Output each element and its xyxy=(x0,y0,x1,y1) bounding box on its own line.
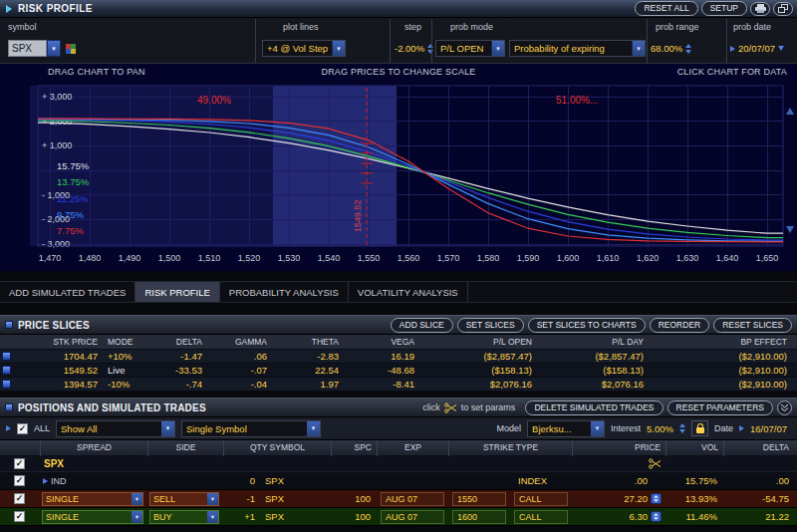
spread-dropdown[interactable]: SINGLE ▼ xyxy=(42,510,143,524)
vol-value: 11.46% xyxy=(665,511,723,522)
col-exp: EXP xyxy=(377,440,448,456)
tab-risk-profile[interactable]: RISK PROFILE xyxy=(135,282,219,302)
date-value[interactable]: 16/07/07 xyxy=(750,423,787,434)
prob-range-stepper[interactable]: 68.00% xyxy=(651,40,691,57)
prob-date-label: prob date xyxy=(733,22,771,32)
double-chevron-down-icon xyxy=(780,403,789,412)
strike-dropdown[interactable]: 1600 xyxy=(452,510,506,524)
price-link-icon[interactable] xyxy=(651,493,662,504)
price-value[interactable]: 6.30 xyxy=(630,511,649,522)
add-slice-button[interactable]: ADD SLICE xyxy=(391,318,453,333)
expand-arrow-icon[interactable] xyxy=(6,425,11,431)
set-slices-button[interactable]: SET SLICES xyxy=(457,318,524,333)
delta-value: -33.53 xyxy=(153,365,208,376)
group-scissors-button[interactable] xyxy=(649,458,665,469)
reset-slices-button[interactable]: RESET SLICES xyxy=(713,318,792,333)
mode-value[interactable]: +10% xyxy=(104,351,153,362)
positions-actions: click to set params DELETE SIMULATED TRA… xyxy=(422,400,792,415)
all-checkbox[interactable]: ✓ xyxy=(17,423,28,434)
row-checkbox[interactable]: ✓ xyxy=(14,511,25,522)
tab-probability-analysis[interactable]: PROBABILITY ANALYSIS xyxy=(220,282,349,302)
prob-mode-dropdown[interactable]: Probability of expiring ▼ xyxy=(509,40,646,57)
exp-dropdown[interactable]: AUG 07 xyxy=(381,510,444,524)
model-dropdown[interactable]: Bjerksu... ▼ xyxy=(527,420,605,437)
price-value[interactable]: 27.20 xyxy=(624,493,648,504)
prob-range-spinner[interactable] xyxy=(685,44,691,54)
exp-dropdown[interactable]: AUG 07 xyxy=(381,492,444,506)
side-dropdown[interactable]: SELL ▼ xyxy=(149,492,219,506)
row-checkbox[interactable]: ✓ xyxy=(14,493,25,504)
slice-handle-icon[interactable] xyxy=(2,380,11,389)
show-all-dropdown[interactable]: Show All ▼ xyxy=(56,420,175,437)
plot-content-dropdown[interactable]: P/L OPEN ▼ xyxy=(435,40,505,57)
mode-value[interactable]: Live xyxy=(104,365,153,376)
stk-price-value[interactable]: 1394.57 xyxy=(14,379,104,390)
tab-add-simulated-trades[interactable]: ADD SIMULATED TRADES xyxy=(0,282,135,302)
symbol-mode-dropdown[interactable]: Single Symbol ▼ xyxy=(181,420,321,437)
qty-value[interactable]: +1 xyxy=(223,511,261,522)
hint-pre: click xyxy=(422,402,440,412)
stk-price-value[interactable]: 1549.52 xyxy=(14,365,104,376)
col-stk-price: STK PRICE xyxy=(14,335,104,350)
chevron-down-icon[interactable] xyxy=(778,46,784,51)
col-side: SIDE xyxy=(147,440,223,456)
strike-dropdown[interactable]: 1550 xyxy=(452,492,506,506)
risk-chart[interactable]: DRAG CHART TO PAN DRAG PRICES TO CHANGE … xyxy=(0,64,797,271)
group-symbol[interactable]: SPX xyxy=(40,458,147,469)
symbol-input[interactable]: SPX xyxy=(8,40,47,57)
print-button[interactable] xyxy=(750,2,770,16)
symbol-label: symbol xyxy=(8,22,37,32)
qty-value[interactable]: -1 xyxy=(223,493,261,504)
collapse-section-button[interactable] xyxy=(777,400,792,415)
setup-button[interactable]: SETUP xyxy=(701,1,747,16)
risk-chart-svg[interactable]: 1,4701,4801,4901,5001,5101,5201,5301,540… xyxy=(0,80,797,271)
type-dropdown[interactable]: CALL xyxy=(514,492,568,506)
prob-range-label: prob range xyxy=(656,22,699,32)
set-slices-to-charts-button[interactable]: SET SLICES TO CHARTS xyxy=(528,318,646,333)
tab-volatility-analysis[interactable]: VOLATILITY ANALYSIS xyxy=(349,282,468,302)
price-slices-actions: ADD SLICE SET SLICES SET SLICES TO CHART… xyxy=(391,318,792,333)
reorder-button[interactable]: REORDER xyxy=(650,318,710,333)
col-vega: VEGA xyxy=(345,335,420,350)
positions-title: POSITIONS AND SIMULATED TRADES xyxy=(18,402,206,413)
reset-parameters-button[interactable]: RESET PARAMETERS xyxy=(667,400,773,415)
col-gamma: GAMMA xyxy=(208,335,273,350)
svg-text:+ 3,000: + 3,000 xyxy=(42,92,72,102)
delta-value: .00 xyxy=(723,475,797,486)
stk-price-value[interactable]: 1704.47 xyxy=(14,351,104,362)
side-dropdown[interactable]: BUY ▼ xyxy=(149,510,219,524)
spread-dropdown[interactable]: SINGLE ▼ xyxy=(42,492,143,506)
arrow-right-icon[interactable] xyxy=(730,46,735,52)
chevron-down-icon: ▼ xyxy=(207,493,218,505)
detach-button[interactable] xyxy=(773,2,793,16)
svg-text:49.00%: 49.00% xyxy=(197,95,231,106)
vega-value: -48.68 xyxy=(345,365,420,376)
mode-value[interactable]: -10% xyxy=(104,379,153,390)
step-stepper[interactable]: -2.00% xyxy=(395,40,433,57)
row-checkbox[interactable]: ✓ xyxy=(14,475,25,486)
prob-date-control[interactable]: 20/07/07 xyxy=(730,40,784,57)
price-link-icon[interactable] xyxy=(651,511,662,522)
pl-open-value: ($2,857.47) xyxy=(420,351,538,362)
interest-value[interactable]: 5.00% xyxy=(647,423,673,434)
interest-spinner[interactable] xyxy=(679,423,685,433)
reset-all-button[interactable]: RESET ALL xyxy=(635,1,697,16)
group-checkbox[interactable]: ✓ xyxy=(14,458,25,469)
symbol-dropdown-button[interactable]: ▼ xyxy=(47,40,61,57)
slice-handle-icon[interactable] xyxy=(2,366,11,375)
printer-icon xyxy=(755,4,766,13)
plot-lines-dropdown[interactable]: +4 @ Vol Step ▼ xyxy=(262,40,346,57)
symbol-mode-value: Single Symbol xyxy=(182,423,251,434)
section-icon xyxy=(5,321,13,329)
delete-simulated-trades-button[interactable]: DELETE SIMULATED TRADES xyxy=(525,400,663,415)
section-icon xyxy=(5,403,13,411)
prob-mode-label: prob mode xyxy=(450,22,493,32)
type-dropdown[interactable]: CALL xyxy=(514,510,568,524)
symbol-palette-icon[interactable] xyxy=(66,44,76,54)
svg-text:11.25%: 11.25% xyxy=(57,193,89,204)
arrow-right-icon[interactable] xyxy=(739,425,744,431)
position-row-sell: ✓ SINGLE ▼ SELL ▼ -1 SPX 100 AUG 07 1550… xyxy=(0,490,797,508)
expand-arrow-icon[interactable] xyxy=(43,478,48,484)
slice-handle-icon[interactable] xyxy=(2,352,11,361)
interest-lock-button[interactable] xyxy=(691,420,708,436)
